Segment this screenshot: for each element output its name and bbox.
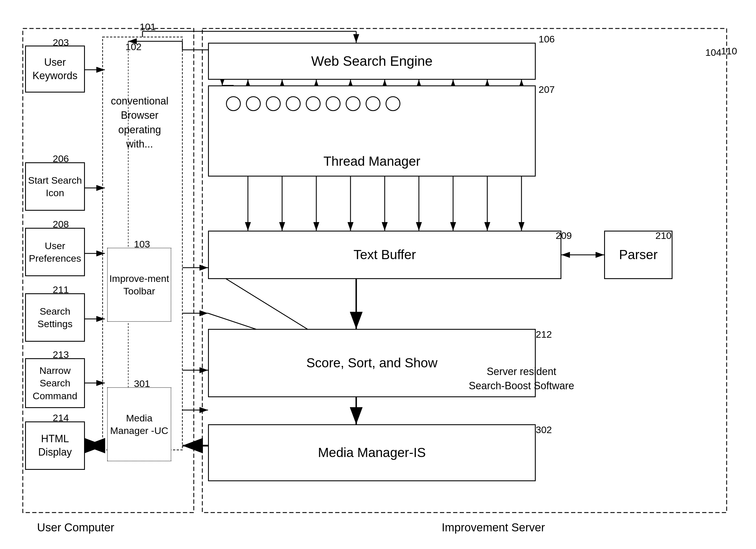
diagram-container: User Keywords 203 Start Search Icon 206 … [0, 0, 756, 549]
ref-212: 212 [536, 329, 552, 340]
ref-211: 211 [53, 284, 69, 295]
thread-circle-9 [386, 96, 400, 111]
media-manager-is-label: Media Manager-IS [318, 444, 426, 461]
improvement-server-caption: Improvement Server [442, 521, 545, 534]
web-search-engine-label: Web Search Engine [311, 52, 433, 70]
media-manager-uc-label: Media Manager -UC [108, 412, 171, 437]
improvement-toolbar-label: Improve-ment Toolbar [108, 272, 171, 297]
thread-manager-box: Thread Manager [208, 85, 536, 177]
browser-text: conventional Browser operating with... [108, 94, 171, 152]
thread-circle-3 [266, 96, 281, 111]
ref-214: 214 [53, 412, 69, 423]
html-display-label: HTML Display [26, 432, 84, 459]
ref-101: 101 [140, 21, 156, 32]
server-resident-label: Server resident Search-Boost Software [469, 366, 574, 391]
thread-circle-7 [346, 96, 360, 111]
search-settings-box: Search Settings [25, 293, 85, 342]
text-buffer-box: Text Buffer [208, 231, 561, 279]
server-resident-caption: Server resident Search-Boost Software [467, 364, 576, 393]
search-settings-label: Search Settings [26, 305, 84, 330]
thread-circle-6 [326, 96, 341, 111]
web-search-engine-box: Web Search Engine [208, 43, 536, 80]
thread-circle-5 [306, 96, 321, 111]
ref-103: 103 [134, 239, 150, 250]
thread-manager-label: Thread Manager [323, 153, 420, 170]
ref-209: 209 [556, 230, 572, 241]
ref-110: 110 [721, 46, 737, 57]
media-manager-uc-box: Media Manager -UC [107, 387, 171, 461]
ref-104: 104 [705, 47, 722, 58]
ref-206: 206 [53, 153, 69, 164]
thread-circle-4 [286, 96, 301, 111]
user-keywords-box: User Keywords [25, 46, 85, 93]
browser-text-label: conventional Browser operating with... [111, 95, 168, 150]
start-search-icon-box: Start Search Icon [25, 162, 85, 211]
user-computer-caption: User Computer [37, 521, 114, 534]
text-buffer-label: Text Buffer [353, 246, 416, 264]
ref-106: 106 [539, 34, 555, 45]
ref-213: 213 [53, 349, 69, 360]
improvement-server-label: Improvement Server [442, 521, 545, 534]
thread-circle-1 [226, 96, 241, 111]
ref-208: 208 [53, 219, 69, 230]
user-preferences-label: User Preferences [26, 240, 84, 265]
start-search-icon-label: Start Search Icon [26, 174, 84, 199]
narrow-search-command-label: Narrow Search Command [26, 364, 84, 402]
media-manager-is-box: Media Manager-IS [208, 424, 536, 481]
parser-label: Parser [619, 246, 657, 264]
user-preferences-box: User Preferences [25, 228, 85, 276]
improvement-toolbar-box: Improve-ment Toolbar [107, 248, 171, 322]
user-keywords-label: User Keywords [26, 56, 84, 83]
html-display-box: HTML Display [25, 421, 85, 470]
user-computer-label: User Computer [37, 521, 114, 534]
ref-203: 203 [53, 37, 69, 48]
ref-207: 207 [539, 84, 555, 95]
ref-302: 302 [536, 424, 552, 435]
score-sort-show-label: Score, Sort, and Show [306, 354, 437, 371]
ref-210: 210 [655, 230, 672, 241]
ref-301: 301 [134, 378, 150, 389]
thread-circle-8 [366, 96, 380, 111]
thread-circle-2 [246, 96, 261, 111]
ref-102: 102 [125, 41, 142, 52]
narrow-search-command-box: Narrow Search Command [25, 358, 85, 408]
